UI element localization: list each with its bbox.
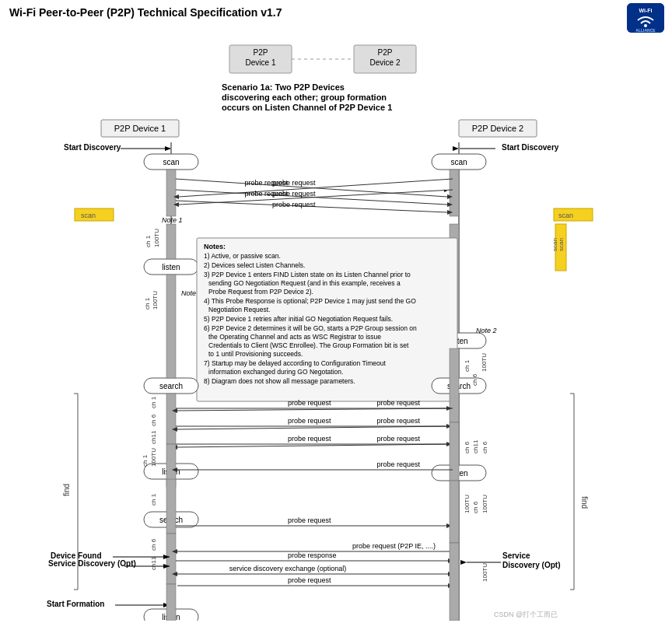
svg-rect-118	[450, 422, 459, 481]
svg-rect-79	[166, 275, 176, 378]
svg-line-30	[176, 179, 447, 197]
svg-rect-53	[166, 224, 176, 259]
diagram: P2P Device 1 P2P Device 2 Scenario 1a: T…	[0, 30, 672, 621]
svg-marker-99	[172, 408, 177, 413]
svg-text:probe request: probe request	[288, 417, 331, 425]
svg-text:ch 6: ch 6	[481, 441, 488, 453]
svg-text:100TU: 100TU	[481, 495, 488, 513]
svg-text:100TU: 100TU	[152, 291, 159, 310]
svg-text:sending GO Negotiation Request: sending GO Negotiation Request (and in t…	[208, 279, 401, 287]
svg-text:5) P2P Device 1 retries after : 5) P2P Device 1 retries after initial GO…	[204, 315, 393, 323]
svg-marker-139	[172, 549, 177, 554]
svg-marker-151	[172, 572, 177, 576]
svg-text:Service: Service	[502, 551, 530, 560]
svg-text:listen: listen	[450, 469, 467, 478]
svg-rect-28	[166, 170, 176, 216]
svg-text:1) Active, or passive scan.: 1) Active, or passive scan.	[204, 252, 281, 260]
svg-marker-38	[447, 210, 453, 215]
svg-rect-60	[197, 238, 457, 401]
svg-text:ch 1: ch 1	[144, 297, 151, 310]
svg-rect-46	[75, 208, 114, 221]
svg-text:Device Found: Device Found	[51, 551, 102, 560]
svg-marker-35	[447, 202, 453, 207]
svg-text:Device 1: Device 1	[246, 58, 276, 67]
svg-rect-29	[450, 170, 459, 216]
svg-text:listen: listen	[162, 467, 180, 476]
svg-text:search: search	[159, 382, 183, 390]
svg-text:listen: listen	[450, 337, 467, 345]
svg-text:100TU: 100TU	[153, 229, 160, 247]
svg-text:search: search	[447, 382, 471, 390]
wifi-logo: Wi-Fi ALLIANCE	[627, 3, 666, 34]
svg-marker-150	[448, 572, 453, 576]
svg-rect-48	[554, 208, 593, 221]
svg-text:Note 1: Note 1	[162, 216, 183, 224]
svg-text:Start Discovery: Start Discovery	[502, 143, 559, 152]
svg-text:P2P Device 2: P2P Device 2	[472, 124, 523, 133]
svg-rect-58	[450, 224, 459, 333]
svg-text:4) This Probe Response is opti: 4) This Probe Response is optional; P2P …	[204, 297, 416, 305]
svg-text:information exchanged during G: information exchanged during GO Negotati…	[208, 368, 343, 376]
svg-text:ch11: ch11	[150, 556, 157, 570]
svg-text:Service Discovery (Opt): Service Discovery (Opt)	[48, 559, 136, 568]
svg-rect-144	[450, 481, 459, 543]
svg-text:service discovery exchange (op: service discovery exchange (optional)	[229, 565, 347, 572]
svg-rect-113	[166, 444, 176, 487]
svg-rect-164	[450, 543, 459, 621]
svg-text:listen: listen	[162, 613, 180, 621]
svg-text:probe request: probe request	[376, 417, 420, 425]
svg-text:CSDN @打个工而已: CSDN @打个工而已	[494, 611, 558, 618]
svg-text:find: find	[580, 496, 589, 509]
svg-rect-4	[229, 45, 292, 73]
svg-text:P2P: P2P	[254, 48, 268, 57]
svg-rect-16	[459, 120, 537, 137]
svg-text:P2P Device 1: P2P Device 1	[114, 124, 166, 133]
svg-rect-24	[144, 154, 198, 170]
svg-text:ch 6: ch 6	[471, 373, 478, 386]
svg-text:probe request: probe request	[288, 576, 331, 584]
svg-text:Start Discovery: Start Discovery	[64, 143, 121, 152]
svg-text:3) P2P Device 1 enters FIND Li: 3) P2P Device 1 enters FIND Listen state…	[204, 271, 411, 278]
svg-rect-51	[144, 259, 198, 275]
svg-text:ch 1: ch 1	[142, 454, 149, 467]
svg-text:Scenario 1a: Two P2P Devices: Scenario 1a: Two P2P Devices	[222, 82, 345, 92]
svg-marker-123	[172, 467, 177, 472]
svg-text:ch 6: ch 6	[150, 538, 157, 551]
svg-text:probe request: probe request	[288, 435, 331, 443]
svg-text:100TU: 100TU	[481, 563, 488, 582]
svg-marker-130	[446, 523, 452, 528]
svg-marker-31	[447, 194, 453, 199]
svg-text:Note 2: Note 2	[181, 289, 202, 297]
svg-text:►: ►	[443, 188, 448, 193]
svg-line-40	[179, 179, 453, 197]
svg-text:P2P: P2P	[378, 48, 393, 57]
svg-text:occurs on Listen Channel of P2: occurs on Listen Channel of P2P Device 1	[222, 103, 392, 112]
svg-text:100TU: 100TU	[464, 495, 471, 513]
svg-marker-44	[173, 202, 179, 207]
svg-marker-96	[446, 424, 452, 429]
svg-text:scan: scan	[163, 158, 179, 166]
svg-text:to 1 until Provisioning succee: to 1 until Provisioning succeeds.	[208, 350, 303, 358]
svg-text:probe request: probe request	[244, 190, 288, 198]
svg-text:7) Startup may be delayed acco: 7) Startup may be delayed according to C…	[204, 359, 387, 367]
svg-text:ch 6: ch 6	[150, 414, 157, 426]
svg-text:scan: scan	[450, 158, 467, 166]
svg-text:Probe Request from P2P Device : Probe Request from P2P Device 2).	[208, 288, 313, 296]
svg-text:100TU: 100TU	[481, 353, 488, 372]
svg-text:probe request: probe request	[272, 190, 316, 198]
svg-rect-116	[432, 465, 486, 481]
svg-rect-56	[432, 333, 486, 348]
svg-text:ch 1: ch 1	[150, 493, 157, 506]
svg-rect-127	[166, 479, 176, 534]
svg-line-37	[176, 201, 447, 212]
svg-line-34	[176, 190, 447, 205]
svg-text:ch11: ch11	[472, 439, 479, 453]
svg-text:find: find	[62, 484, 71, 496]
svg-rect-174	[555, 224, 566, 271]
svg-point-2	[644, 24, 647, 27]
svg-text:Device 2: Device 2	[370, 58, 401, 67]
svg-text:probe request: probe request	[376, 399, 420, 407]
svg-text:scan: scan	[558, 238, 565, 251]
svg-text:2) Devices select Listen Chann: 2) Devices select Listen Channels.	[204, 261, 305, 269]
svg-marker-106	[172, 427, 177, 432]
